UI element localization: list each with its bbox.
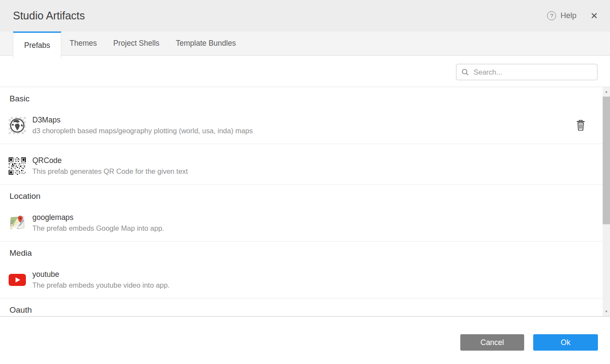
tab-label: Project Shells — [113, 39, 160, 48]
tab-themes[interactable]: Themes — [61, 31, 105, 55]
scroll-up-icon[interactable]: ▲ — [603, 88, 610, 95]
search-box[interactable] — [456, 64, 597, 80]
scroll-down-icon[interactable]: ▼ — [603, 308, 610, 315]
prefab-description: The prefab embeds Google Map into app. — [32, 224, 164, 232]
page-title: Studio Artifacts — [13, 9, 85, 22]
section-title-oauth: Oauth — [0, 298, 603, 315]
header-actions: ? Help ✕ — [547, 11, 598, 20]
prefab-row-qrcode[interactable]: QRCode This prefab generates QR Code for… — [0, 147, 603, 185]
tab-template-bundles[interactable]: Template Bundles — [168, 31, 244, 55]
prefab-list-content: Basic D3Maps d3 choropleth based maps/ge… — [0, 87, 603, 315]
globe-icon — [9, 117, 26, 134]
delete-prefab-button[interactable] — [576, 119, 585, 131]
scrollbar-thumb[interactable] — [603, 97, 610, 224]
tab-label: Themes — [69, 39, 97, 48]
googlemaps-icon: g — [9, 214, 26, 232]
section-title-media: Media — [0, 242, 603, 258]
prefab-description: The prefab embeds youtube video into app… — [32, 281, 170, 289]
help-icon: ? — [547, 11, 556, 20]
prefab-title: googlemaps — [32, 213, 164, 222]
prefab-row-googlemaps[interactable]: g googlemaps The prefab embeds Google Ma… — [0, 204, 603, 242]
cancel-button[interactable]: Cancel — [460, 334, 524, 351]
prefab-text: QRCode This prefab generates QR Code for… — [32, 156, 188, 176]
prefab-description: This prefab generates QR Code for the gi… — [32, 167, 188, 176]
tab-label: Template Bundles — [176, 39, 236, 48]
close-icon[interactable]: ✕ — [590, 11, 598, 20]
tab-prefabs[interactable]: Prefabs — [13, 31, 61, 58]
search-input[interactable] — [473, 68, 593, 77]
help-label: Help — [560, 11, 576, 20]
prefab-list: Basic D3Maps d3 choropleth based maps/ge… — [0, 87, 610, 317]
section-title-location: Location — [0, 185, 603, 201]
prefab-row-d3maps[interactable]: D3Maps d3 choropleth based maps/geograph… — [0, 107, 603, 144]
qrcode-icon — [9, 157, 26, 175]
prefab-title: D3Maps — [32, 116, 253, 125]
scrollbar[interactable]: ▲ ▼ — [603, 87, 610, 316]
prefab-title: QRCode — [32, 156, 188, 165]
ok-button[interactable]: Ok — [533, 334, 598, 351]
tab-project-shells[interactable]: Project Shells — [105, 31, 168, 55]
prefab-text: youtube The prefab embeds youtube video … — [32, 270, 170, 289]
prefab-title: youtube — [32, 270, 170, 279]
youtube-icon — [9, 271, 26, 289]
search-row — [0, 56, 610, 87]
prefab-text: googlemaps The prefab embeds Google Map … — [32, 213, 164, 232]
prefab-description: d3 choropleth based maps/geography plott… — [32, 127, 253, 135]
tab-bar: Prefabs Themes Project Shells Template B… — [0, 31, 610, 56]
section-title-basic: Basic — [0, 87, 603, 104]
tab-label: Prefabs — [24, 41, 50, 50]
help-button[interactable]: ? Help — [547, 11, 576, 20]
trash-icon — [576, 126, 585, 132]
svg-text:g: g — [10, 217, 14, 226]
prefab-row-youtube[interactable]: youtube The prefab embeds youtube video … — [0, 261, 603, 298]
search-icon — [462, 69, 469, 76]
dialog-header: Studio Artifacts ? Help ✕ — [0, 0, 610, 31]
prefab-text: D3Maps d3 choropleth based maps/geograph… — [32, 116, 253, 135]
